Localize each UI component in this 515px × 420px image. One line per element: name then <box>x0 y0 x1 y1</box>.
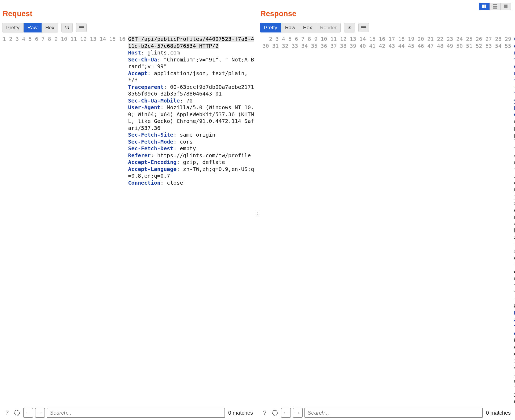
help-icon[interactable]: ? <box>3 408 11 418</box>
prev-match-button[interactable]: ← <box>23 408 33 418</box>
request-panel: Request PrettyRawHex \n 1 2 3 4 5 6 7 8 … <box>0 0 257 420</box>
tab-raw[interactable]: Raw <box>24 23 42 32</box>
gear-icon[interactable] <box>271 408 279 418</box>
layout-controls <box>479 3 511 10</box>
layout-split-button[interactable] <box>479 3 490 10</box>
response-search-input[interactable] <box>304 408 483 418</box>
next-match-button[interactable]: → <box>293 408 303 418</box>
layout-single-button[interactable] <box>500 3 511 10</box>
prev-match-button[interactable]: ← <box>281 408 291 418</box>
tab-hex[interactable]: Hex <box>299 23 316 32</box>
request-footer: ? ← → 0 matches <box>0 406 257 420</box>
layout-stack-button[interactable] <box>490 3 500 10</box>
response-code[interactable]: Content-Type: application/json; charset=… <box>513 35 515 406</box>
request-menu-button[interactable] <box>76 23 87 32</box>
tab-render[interactable]: Render <box>316 23 340 32</box>
response-panel: Response PrettyRawHexRender \n 2 3 4 5 6… <box>258 0 515 420</box>
tab-pretty[interactable]: Pretty <box>2 23 24 32</box>
next-match-button[interactable]: → <box>35 408 45 418</box>
request-toolbar: PrettyRawHex \n <box>0 23 257 35</box>
response-gutter: 2 3 4 5 6 7 8 9 10 11 12 13 14 15 16 17 … <box>258 35 513 406</box>
request-code[interactable]: GET /api/publicProfiles/44007523-f7a8-41… <box>127 35 257 406</box>
response-title: Response <box>258 0 515 23</box>
request-tabs: PrettyRawHex <box>2 23 58 32</box>
request-search-input[interactable] <box>47 408 225 418</box>
response-menu-button[interactable] <box>358 23 369 32</box>
gear-icon[interactable] <box>13 408 21 418</box>
tab-pretty[interactable]: Pretty <box>260 23 281 32</box>
tab-raw[interactable]: Raw <box>281 23 299 32</box>
request-editor[interactable]: 1 2 3 4 5 6 7 8 9 10 11 12 13 14 15 16 G… <box>0 35 257 406</box>
response-footer: ? ← → 0 matches <box>258 406 515 420</box>
help-icon[interactable]: ? <box>260 408 269 418</box>
response-tabs: PrettyRawHexRender <box>260 23 341 32</box>
response-toolbar: PrettyRawHexRender \n <box>258 23 515 35</box>
wrap-toggle-button[interactable]: \n <box>61 23 73 32</box>
request-match-count: 0 matches <box>227 410 255 416</box>
request-title: Request <box>0 0 257 23</box>
response-editor[interactable]: 2 3 4 5 6 7 8 9 10 11 12 13 14 15 16 17 … <box>258 35 515 406</box>
wrap-toggle-button[interactable]: \n <box>344 23 355 32</box>
response-match-count: 0 matches <box>484 410 512 416</box>
tab-hex[interactable]: Hex <box>42 23 58 32</box>
request-gutter: 1 2 3 4 5 6 7 8 9 10 11 12 13 14 15 16 <box>0 35 127 406</box>
